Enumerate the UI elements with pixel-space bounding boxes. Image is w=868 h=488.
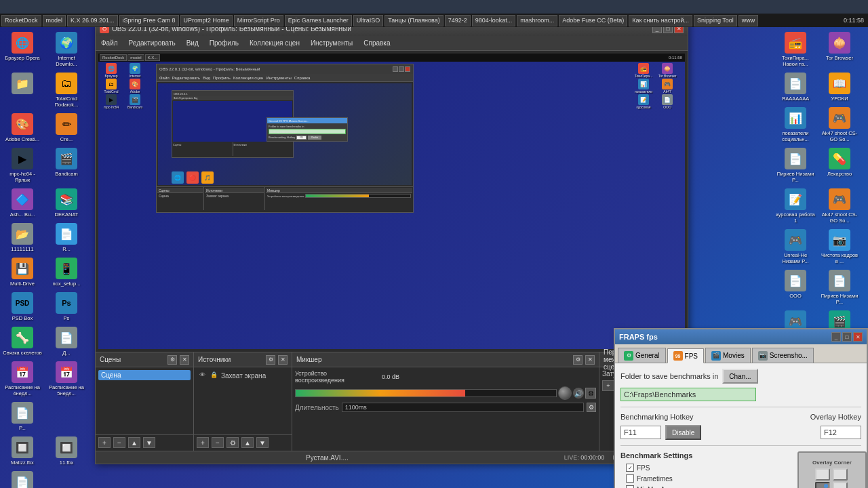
checkbox-frametimes[interactable] [626,474,634,483]
desktop-icon-ash[interactable]: 🔷 Ash... Bu... [1,187,43,219]
scenes-add-btn[interactable]: + [98,437,111,448]
scenes-panel-close-btn[interactable]: ✕ [180,355,189,365]
desktop-icon-r2[interactable]: 📄 Р... [1,401,43,432]
folder-input[interactable] [620,388,756,401]
taskbar-item-mirrorscript[interactable]: MirrorScript Pro [234,15,283,26]
desktop-icon-schedule5[interactable]: 📅 Расписание на 5недл... [45,360,87,398]
desktop-icon-nox[interactable]: 📱 nox_setup... [45,256,87,288]
desktop-icon-r[interactable]: 📄 R... [45,222,87,253]
desktop-icon-pokazateli[interactable]: 📊 показатели социальн... [774,106,816,144]
menu-file[interactable]: Файл [96,37,123,49]
desktop-icon-lekarstvo[interactable]: 💊 Лекарство [818,146,861,184]
scene-item-main[interactable]: Сцена [98,370,191,380]
desktop-icon-creative[interactable]: ✏ Cre... [45,112,87,144]
desktop-icon-ak47-2[interactable]: 🎮 Ak47 shoot CS-GO So... [818,187,861,225]
sources-remove-btn[interactable]: − [212,437,224,448]
menu-edit[interactable]: Редактировать [123,37,181,49]
desktop-icon-folder[interactable]: 📁 [1,71,43,109]
mixer-settings-btn[interactable]: ⚙ [573,355,583,365]
taskbar-item-www[interactable]: www [738,15,759,26]
scenes-panel-settings-btn[interactable]: ⚙ [167,355,177,365]
taskbar-item-ultraiso[interactable]: UltraISO [353,15,384,26]
sources-settings-btn2[interactable]: ⚙ [226,437,239,448]
taskbar-item-snipping[interactable]: Snipping Tool [694,15,737,26]
desktop-icon-totalcmd[interactable]: 🗂 TotalCmd Поdarok... [45,71,87,109]
desktop-icon-kursovaya[interactable]: 📝 курсовая работа 1 [774,187,816,225]
scenes-down-btn[interactable]: ▼ [143,437,155,448]
taskbar-item-9804[interactable]: 9804-lookat... [472,15,516,26]
sources-close-btn[interactable]: ✕ [278,355,288,365]
overlay-hotkey-input[interactable] [821,426,861,439]
source-item-screen[interactable]: 👁 🔒 Захват экрана [197,370,289,381]
sources-up-btn[interactable]: ▲ [241,437,254,448]
desktop-icon-yaaaaa[interactable]: 📄 ЯААААААA [774,71,816,103]
fraps-tab-fps[interactable]: 99 FPS [667,348,704,363]
corner-tr[interactable] [833,468,848,481]
fraps-tab-movies[interactable]: 🎬 Movies [705,348,751,363]
desktop-icon-piriev[interactable]: 📄 Пириев Низами Р... [774,146,816,184]
desktop-icon-schedule4[interactable]: 📅 Расписание на 4недл... [1,360,43,398]
desktop-icon-multidrive[interactable]: 💾 Multi-Drive [1,256,43,288]
checkbox-minmaxavg[interactable] [626,485,634,488]
desktop-icon-chistota[interactable]: 📷 Чистота кадров в ... [818,228,861,266]
desktop-icon-ps[interactable]: Ps Ps [45,291,87,323]
taskbar-item-kak-snit[interactable]: Как снить настрой... [629,15,692,26]
taskbar-item-tanzy[interactable]: Танцы (Плаянова) [384,15,443,26]
duration-settings-btn[interactable]: ⚙ [587,403,596,412]
desktop-icon-matizz[interactable]: 🔲 Matizz.fbx [1,435,43,467]
desktop-icon-internet[interactable]: 🌍 Internet Downlo... [45,30,87,68]
desktop-icon-d[interactable]: 📄 Д... [45,325,87,357]
taskbar-item-model[interactable]: model [43,15,66,26]
fraps-tab-general[interactable]: ⚙ General [618,348,666,363]
taskbar-item-epic[interactable]: Epic Games Launcher [285,15,352,26]
taskbar-item-mashroom[interactable]: mashroom... [517,15,557,26]
fraps-close-btn[interactable]: ✕ [853,332,863,342]
corner-tl[interactable] [815,468,830,481]
mixer-properties-btn[interactable]: ⚙ [585,388,596,399]
desktop-icon-tokipira[interactable]: 📻 ТокиПира... Навои та... [774,30,816,68]
volume-knob[interactable] [558,386,572,400]
mute-button[interactable]: 🔊 [573,388,584,399]
sources-down-btn[interactable]: ▼ [256,437,269,448]
taskbar-item-rocketdock[interactable]: RocketDock [1,15,41,26]
desktop-icon-skeleton[interactable]: 🦴 Связка скелетов [1,325,43,357]
desktop-icon-uroki[interactable]: 📖 УРОКИ [818,71,861,103]
corner-br[interactable] [833,482,848,489]
desktop-icon-adobe[interactable]: 🎨 Adobe Creati... [1,112,43,144]
corner-bl[interactable] [815,482,830,489]
desktop-icon-unreal[interactable]: 🎮 Unreal-He Низами P... [774,228,816,266]
fraps-maximize-btn[interactable]: □ [842,332,852,342]
desktop-icon-ak47[interactable]: 🎮 Ak47 shoot CS-GO So... [818,106,861,144]
desktop-icon-11fbx[interactable]: 🔲 11.fbx [45,435,87,467]
folder-change-btn[interactable]: Chan... [722,369,757,384]
desktop-icon-bandicam[interactable]: 🎬 Bandicam [45,146,87,184]
desktop-icon-mpc[interactable]: ▶ mpc-hc64 - Ярлык [1,146,43,184]
menu-view[interactable]: Вид [181,37,204,49]
hotkey-input[interactable] [620,426,661,439]
desktop-icon-eleven[interactable]: 📂 11111111 [1,222,43,253]
scenes-remove-btn[interactable]: − [113,437,125,448]
hotkey-disable-btn[interactable]: Disable [665,425,701,440]
menu-tools[interactable]: Инструменты [305,37,358,49]
scenes-up-btn[interactable]: ▲ [128,437,140,448]
menu-help[interactable]: Справка [358,37,395,49]
desktop-icon-8[interactable]: 📄 8 [1,470,43,488]
desktop-icon-tor[interactable]: 🧅 Tor Browser [818,30,861,68]
fraps-tab-screenshot[interactable]: 📷 Screensho... [752,348,814,363]
sources-add-btn[interactable]: + [197,437,209,448]
desktop-icon-opera[interactable]: 🌐 Браузер Opera [1,30,43,68]
desktop-icon-ooo[interactable]: 📄 ООО [774,268,816,306]
taskbar-item-ispring[interactable]: iSpring Free Cam 8 [119,15,179,26]
menu-scenes-collection[interactable]: Коллекция сцен [244,37,305,49]
desktop-icon-dekanat[interactable]: 📚 DEKANAT [45,187,87,219]
trans-add-btn[interactable]: + [602,380,614,391]
overlay-corner-widget[interactable]: Overlay Corner [797,451,867,488]
taskbar-item-kx[interactable]: K.X 26.09.201... [67,15,118,26]
menu-profile[interactable]: Профиль [204,37,244,49]
taskbar-item-7492[interactable]: 7492-2 [445,15,471,26]
fraps-minimize-btn[interactable]: _ [831,332,841,342]
desktop-icon-piriev2[interactable]: 📄 Пириев Низами P... [818,268,861,306]
checkbox-fps[interactable] [626,464,634,472]
sources-settings-btn[interactable]: ⚙ [266,355,275,365]
mixer-close-btn[interactable]: ✕ [585,355,595,365]
